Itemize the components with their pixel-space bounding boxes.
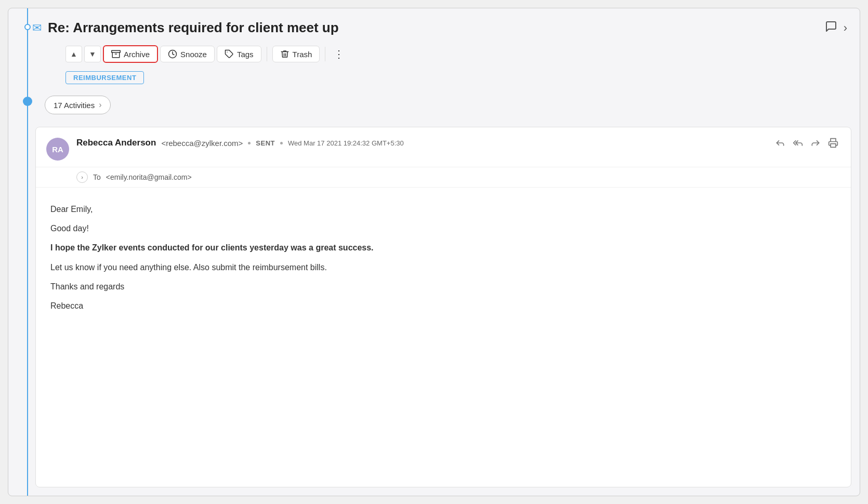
sent-date: Wed Mar 17 2021 19:24:32 GMT+5:30 <box>288 139 404 147</box>
activities-button[interactable]: 17 Activities › <box>45 96 111 114</box>
email-meta: Rebecca Anderson <rebecca@zylker.com> SE… <box>76 138 775 148</box>
timeline-dot-activities <box>23 97 32 106</box>
email-body: Dear Emily, Good day! I hope the Zylker … <box>36 188 851 330</box>
nav-down-button[interactable]: ▼ <box>84 46 101 62</box>
email-line2: I hope the Zylker events conducted for o… <box>50 241 836 255</box>
svg-rect-4 <box>831 144 836 148</box>
sender-line: Rebecca Anderson <rebecca@zylker.com> SE… <box>76 138 775 148</box>
header-right-icons: › <box>825 20 847 36</box>
mail-icon: ✉ <box>32 21 42 35</box>
timeline-dot-top <box>24 24 31 30</box>
email-header: RA Rebecca Anderson <rebecca@zylker.com>… <box>36 127 851 167</box>
reply-button[interactable] <box>775 138 785 151</box>
email-greeting: Dear Emily, <box>50 202 836 216</box>
email-line3: Let us know if you need anything else. A… <box>50 260 836 274</box>
to-email: <emily.norita@gmail.com> <box>106 173 192 181</box>
forward-button[interactable] <box>810 138 821 151</box>
avatar: RA <box>46 138 69 161</box>
to-label: To <box>93 173 101 181</box>
snooze-icon <box>168 49 177 59</box>
sender-email: <rebecca@zylker.com> <box>161 139 243 148</box>
sender-name: Rebecca Anderson <box>76 138 156 148</box>
to-line: › To <emily.norita@gmail.com> <box>36 167 851 188</box>
nav-up-button[interactable]: ▲ <box>65 46 82 62</box>
to-expand-button[interactable]: › <box>76 171 88 183</box>
dot-separator-1 <box>248 142 251 144</box>
more-button[interactable]: ⋮ <box>331 48 348 60</box>
dot-separator-2 <box>280 142 283 144</box>
email-signature: Rebecca <box>50 299 836 313</box>
expand-icon[interactable]: › <box>844 21 847 35</box>
snooze-button[interactable]: Snooze <box>160 46 215 62</box>
snooze-label: Snooze <box>180 50 207 59</box>
toolbar-row: ▲ ▼ Archive Snooze Tags <box>8 42 860 69</box>
activities-label: 17 Activities <box>54 101 95 110</box>
trash-label: Trash <box>293 50 312 59</box>
email-closing: Thanks and regards <box>50 280 836 294</box>
chat-icon[interactable] <box>825 20 837 36</box>
tags-label: Tags <box>237 50 254 59</box>
print-button[interactable] <box>828 138 838 151</box>
trash-button[interactable]: Trash <box>272 46 320 62</box>
email-actions <box>775 138 838 151</box>
header-row: ✉ Re: Arrangements required for client m… <box>8 8 860 42</box>
trash-icon <box>280 49 290 59</box>
reply-all-button[interactable] <box>793 138 803 151</box>
email-line1: Good day! <box>50 221 836 235</box>
tags-icon <box>225 49 234 59</box>
divider-2 <box>325 47 325 61</box>
activities-row: 17 Activities › <box>8 90 860 123</box>
archive-label: Archive <box>124 50 150 59</box>
sent-badge: SENT <box>256 139 275 147</box>
tag-row: REIMBURSEMENT <box>8 69 860 90</box>
divider-1 <box>267 47 267 61</box>
svg-rect-0 <box>112 50 121 52</box>
activities-chevron: › <box>99 100 101 110</box>
tags-button[interactable]: Tags <box>217 46 261 62</box>
reimbursement-tag[interactable]: REIMBURSEMENT <box>65 71 144 84</box>
archive-button[interactable]: Archive <box>103 45 158 63</box>
email-subject: Re: Arrangements required for client mee… <box>48 20 825 36</box>
email-card: RA Rebecca Anderson <rebecca@zylker.com>… <box>35 127 851 487</box>
archive-icon <box>111 49 121 59</box>
